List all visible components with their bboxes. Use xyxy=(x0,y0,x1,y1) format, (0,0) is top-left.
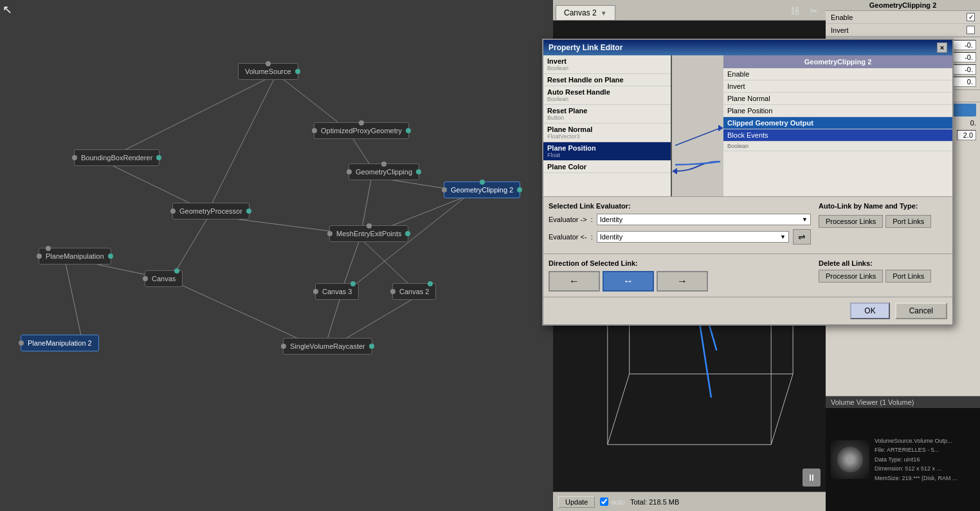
eval-forward-arrow: ▼ xyxy=(802,216,808,223)
vv-content: VolumeSource.Volume Outp... File: ARTERI… xyxy=(826,408,980,511)
node-geometryclipping2[interactable]: GeometryClipping 2 xyxy=(444,181,520,198)
vv-title: Volume Viewer (1 Volume) xyxy=(826,396,980,408)
toolbar-link-icon[interactable]: ⛓ xyxy=(786,2,804,20)
node-canvas[interactable]: Canvas xyxy=(145,270,183,287)
rp-num-4[interactable]: 0. xyxy=(950,77,976,87)
rp-invert-row: Invert xyxy=(826,24,980,37)
ple-center-arrows xyxy=(672,55,723,196)
node-geometryclipping[interactable]: GeometryClipping xyxy=(349,163,419,180)
svg-line-1 xyxy=(109,74,277,158)
node-canvas2[interactable]: Canvas 2 xyxy=(392,283,436,300)
node-volumesource[interactable]: VolumeSource xyxy=(238,63,298,80)
eval-backward-dropdown[interactable]: Identity ▼ xyxy=(597,231,789,243)
update-button[interactable]: Update xyxy=(558,496,595,508)
eval-forward-value: Identity xyxy=(600,216,622,223)
prop-reset-plane[interactable]: Reset Plane Button xyxy=(543,105,671,124)
right-prop-clipped-output[interactable]: Clipped Geometry Output xyxy=(723,117,952,129)
auto-link-buttons: Processor Links Port Links xyxy=(819,215,947,228)
eval-colon-2: : xyxy=(591,233,593,241)
ple-props-area: Invert Boolean Reset Handle on Plane Aut… xyxy=(543,55,952,197)
delete-link-buttons: Processor Links Port Links xyxy=(819,270,947,283)
auto-checkbox-row[interactable]: auto xyxy=(600,497,624,506)
prop-auto-reset[interactable]: Auto Reset Handle Boolean xyxy=(543,86,671,105)
ple-right-props-list: GeometryClipping 2 Enable Invert Plane N… xyxy=(723,55,952,196)
svg-line-2 xyxy=(209,74,277,209)
prop-invert[interactable]: Invert Boolean xyxy=(543,55,671,74)
ple-titlebar: Property Link Editor × xyxy=(543,40,952,55)
ple-eval-right: Auto-Link by Name and Type: Processor Li… xyxy=(819,202,947,248)
dir-right-button[interactable]: → xyxy=(657,271,708,292)
cancel-button[interactable]: Cancel xyxy=(895,302,947,319)
total-status: Total: 218.5 MB xyxy=(630,498,679,506)
node-planemanipulation2[interactable]: PlaneManipulation 2 xyxy=(21,335,99,351)
svg-marker-38 xyxy=(672,168,677,174)
rp-title: GeometryClipping 2 xyxy=(826,0,980,11)
ok-button[interactable]: OK xyxy=(850,302,889,319)
ple-dialog: Property Link Editor × Invert Boolean Re… xyxy=(542,39,954,326)
right-prop-enable[interactable]: Enable xyxy=(723,68,952,80)
svg-line-14 xyxy=(341,196,466,296)
eval-backward-value: Identity xyxy=(600,233,622,241)
right-prop-block-events[interactable]: Block Events xyxy=(723,129,952,142)
rp-enable-checkbox[interactable]: ✓ xyxy=(966,13,975,21)
dir-left-button[interactable]: ← xyxy=(549,271,600,292)
rp-header: GeometryClipping 2 xyxy=(723,55,952,68)
node-singlevolumeraycaster[interactable]: SingleVolumeRaycaster xyxy=(283,338,372,355)
auto-checkbox[interactable] xyxy=(600,497,608,506)
cursor-icon: ↖ xyxy=(3,3,12,17)
ple-dir-left: Direction of Selected Link: ← ↔ → xyxy=(549,259,811,292)
dir-left-icon: ← xyxy=(569,275,579,287)
rp-enable-row: Enable ✓ xyxy=(826,11,980,24)
eval-forward-dropdown[interactable]: Identity ▼ xyxy=(597,214,811,225)
right-prop-plane-normal[interactable]: Plane Normal xyxy=(723,93,952,105)
rp-linewidth-value[interactable]: 2.0 xyxy=(957,130,976,140)
toolbar-clip-icon[interactable]: ✂ xyxy=(805,2,823,20)
svg-line-36 xyxy=(675,128,720,145)
prop-plane-normal[interactable]: Plane Normal FloatVector3 xyxy=(543,124,671,142)
ple-footer: OK Cancel xyxy=(543,297,952,324)
prop-reset-handle[interactable]: Reset Handle on Plane xyxy=(543,74,671,86)
rp-invert-label: Invert xyxy=(831,26,963,34)
right-prop-plane-pos[interactable]: Plane Position xyxy=(723,105,952,117)
cursor-indicator: ↖ xyxy=(0,0,39,39)
processor-links-button-2[interactable]: Processor Links xyxy=(819,270,883,283)
node-meshentryexitpoints[interactable]: MeshEntryExitPoints xyxy=(329,225,408,242)
node-planemanipulation[interactable]: PlaneManipulation xyxy=(39,248,111,265)
node-canvas3[interactable]: Canvas 3 xyxy=(315,283,359,300)
rp-num-2[interactable]: -0. xyxy=(950,52,976,62)
eval-colon-1: : xyxy=(591,216,593,223)
delete-all-title: Delete all Links: xyxy=(819,259,947,267)
rp-enable-section: Enable ✓ Invert xyxy=(826,11,980,37)
selected-link-label: Selected Link Evaluator: xyxy=(549,202,811,210)
eval-forward-row: Evaluator -> : Identity ▼ xyxy=(549,214,811,225)
rp-num-1[interactable]: -0. xyxy=(950,40,976,50)
canvas-tab-icon: ▼ xyxy=(601,10,607,17)
prop-plane-color[interactable]: Plane Color xyxy=(543,161,671,173)
port-links-button-1[interactable]: Port Links xyxy=(885,215,931,228)
svg-line-15 xyxy=(64,257,84,348)
direction-buttons: ← ↔ → xyxy=(549,271,811,292)
node-optimizedproxygeometry[interactable]: OptimizedProxyGeometry xyxy=(314,122,409,139)
prop-plane-position[interactable]: Plane Position Float xyxy=(543,142,671,161)
right-prop-invert[interactable]: Invert xyxy=(723,80,952,93)
ple-eval-left: Selected Link Evaluator: Evaluator -> : … xyxy=(549,202,811,248)
vv-info: VolumeSource.Volume Outp... File: ARTERI… xyxy=(875,436,957,483)
right-prop-more[interactable]: Boolean xyxy=(723,142,952,151)
eval-swap-button[interactable]: ⇌ xyxy=(793,229,811,245)
node-boundingboxrenderer[interactable]: BoundingBoxRenderer xyxy=(74,149,159,166)
dir-both-button[interactable]: ↔ xyxy=(603,271,654,292)
port-links-button-2[interactable]: Port Links xyxy=(885,270,931,283)
ple-close-button[interactable]: × xyxy=(937,42,947,53)
eval-backward-arrow: ▼ xyxy=(780,234,786,240)
pause-button[interactable]: ⏸ xyxy=(803,469,821,487)
svg-marker-37 xyxy=(718,125,723,131)
ple-left-props-list: Invert Boolean Reset Handle on Plane Aut… xyxy=(543,55,672,196)
node-geometryprocessor[interactable]: GeometryProcessor xyxy=(172,203,250,219)
rp-num-3[interactable]: -0. xyxy=(950,64,976,75)
dir-both-icon: ↔ xyxy=(623,275,633,287)
processor-links-button-1[interactable]: Processor Links xyxy=(819,215,883,228)
canvas-tab[interactable]: Canvas 2 ▼ xyxy=(556,5,615,20)
node-graph[interactable]: VolumeSource OptimizedProxyGeometry Boun… xyxy=(0,0,553,511)
rp-invert-checkbox[interactable] xyxy=(966,26,975,34)
volume-viewer: Volume Viewer (1 Volume) VolumeSource.Vo… xyxy=(826,396,980,511)
